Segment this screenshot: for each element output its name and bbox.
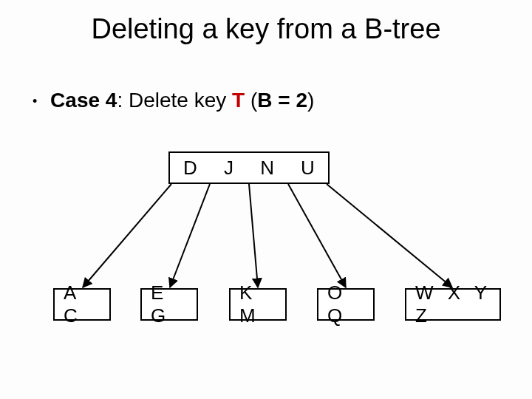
svg-line-2 bbox=[249, 184, 258, 287]
leaf-node-0: A C bbox=[53, 288, 111, 321]
root-key-3: U bbox=[301, 157, 315, 180]
root-key-0: D bbox=[183, 157, 197, 180]
root-key-2: N bbox=[260, 157, 274, 180]
case-bullet: • Case 4: Delete key T (B = 2) bbox=[33, 89, 314, 112]
b-param: B = 2 bbox=[257, 89, 307, 112]
svg-line-4 bbox=[327, 184, 452, 287]
delete-text: : Delete key bbox=[117, 89, 232, 112]
leaf-node-3: O Q bbox=[317, 288, 375, 321]
bullet-icon: • bbox=[33, 94, 37, 109]
root-key-1: J bbox=[224, 157, 233, 180]
svg-line-3 bbox=[288, 184, 346, 287]
deleted-key: T bbox=[232, 89, 245, 112]
root-node: D J N U bbox=[168, 151, 330, 184]
slide-title: Deleting a key from a B-tree bbox=[0, 13, 532, 45]
paren-open: ( bbox=[245, 89, 257, 112]
leaf-node-4: W X Y Z bbox=[405, 288, 501, 321]
paren-close: ) bbox=[307, 89, 314, 112]
case-label: Case 4 bbox=[50, 89, 117, 112]
leaf-node-2: K M bbox=[229, 288, 287, 321]
svg-line-1 bbox=[170, 184, 210, 287]
svg-line-0 bbox=[83, 184, 171, 287]
tree-edges bbox=[0, 0, 532, 399]
leaf-node-1: E G bbox=[140, 288, 198, 321]
